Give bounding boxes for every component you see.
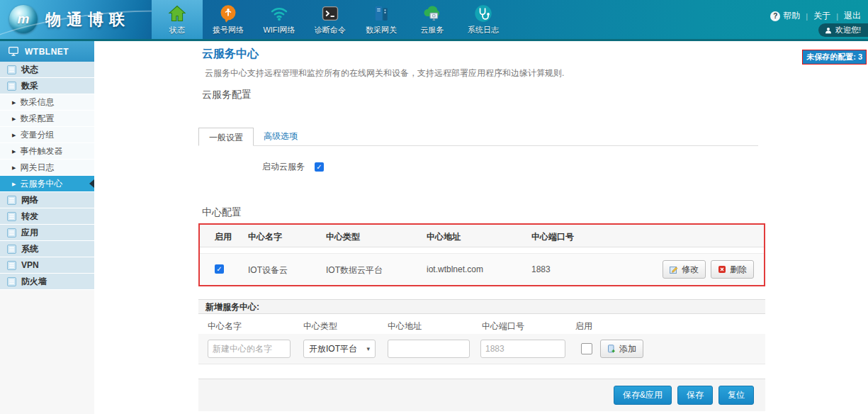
- add-label-type: 中心类型: [303, 320, 337, 332]
- sidebar-item-data-acquisition[interactable]: 数采: [0, 78, 94, 94]
- enable-cloud-checkbox[interactable]: [315, 162, 324, 172]
- nav-item-dial-network[interactable]: 拨号网络: [203, 0, 254, 39]
- sidebar-item-variable-group[interactable]: ▶ 变量分组: [0, 127, 94, 143]
- page-description: 云服务中心支持远程管理和监控所有的在线网关和设备，支持远程部署应用程序和边缘计算…: [205, 67, 564, 79]
- new-center-name-input[interactable]: [208, 340, 291, 358]
- gateway-icon: [371, 3, 392, 24]
- center-config-table: 启用 中心名字 中心类型 中心地址 中心端口号 IOT设备云 IOT数据云平台 …: [198, 223, 765, 286]
- enable-cloud-row: 启动云服务: [262, 161, 324, 173]
- list-icon: [7, 261, 16, 270]
- new-center-address-input[interactable]: [388, 340, 470, 358]
- arrow-right-icon: ▶: [12, 100, 16, 105]
- sidebar-item-label: 数采: [21, 80, 38, 92]
- about-link[interactable]: 关于: [813, 10, 830, 22]
- sidebar-item-data-info[interactable]: ▶ 数采信息: [0, 94, 94, 111]
- list-icon: [7, 245, 16, 254]
- sidebar-item-network[interactable]: 网络: [0, 192, 94, 208]
- arrow-right-icon: ▶: [12, 181, 16, 186]
- row-actions: 修改 删除: [663, 260, 754, 279]
- home-icon: [167, 3, 188, 24]
- arrow-right-icon: ▶: [12, 133, 16, 138]
- tab-advanced-options[interactable]: 高级选项: [254, 127, 308, 145]
- cloud-config-heading: 云服务配置: [202, 89, 252, 101]
- sidebar-item-label: 网络: [21, 194, 38, 206]
- help-label: 帮助: [783, 10, 800, 22]
- sidebar-item-label: 状态: [21, 64, 38, 76]
- sidebar-item-gateway-log[interactable]: ▶ 网关日志: [0, 160, 94, 176]
- delete-button[interactable]: 删除: [711, 260, 754, 279]
- sidebar-item-vpn[interactable]: VPN: [0, 257, 94, 274]
- reset-button[interactable]: 复位: [718, 386, 754, 405]
- sidebar-item-label: 变量分组: [20, 129, 54, 141]
- delete-x-icon: [718, 265, 726, 274]
- center-type-select[interactable]: 开放IOT平台 ▾: [303, 340, 376, 358]
- welcome-badge[interactable]: 欢迎您!: [818, 23, 868, 37]
- new-center-port-input[interactable]: [480, 340, 565, 358]
- sidebar-item-data-config[interactable]: ▶ 数采配置: [0, 111, 94, 127]
- dial-network-icon: [218, 3, 239, 24]
- logout-link[interactable]: 退出: [844, 10, 861, 22]
- col-center-name: 中心名字: [248, 231, 282, 243]
- terminal-icon: [320, 3, 341, 24]
- brand-name: 物通博联: [45, 9, 130, 30]
- nav-item-status[interactable]: 状态: [152, 0, 203, 39]
- nav-item-diagnostics[interactable]: 诊断命令: [305, 0, 356, 39]
- sidebar-item-forwarding[interactable]: 转发: [0, 208, 94, 225]
- sidebar-item-label: 网关日志: [20, 162, 54, 174]
- sidebar-item-cloud-service-center[interactable]: ▶ 云服务中心: [0, 176, 94, 192]
- logo: m 物通博联: [0, 0, 152, 39]
- row-center-name: IOT设备云: [248, 264, 288, 276]
- save-button[interactable]: 保存: [677, 386, 713, 405]
- sidebar-item-status[interactable]: 状态: [0, 62, 94, 78]
- col-center-address: 中心地址: [427, 231, 461, 243]
- help-link[interactable]: ? 帮助: [770, 10, 800, 22]
- add-button[interactable]: 添加: [600, 340, 643, 358]
- main-content: 未保存的配置: 3 云服务中心 云服务中心支持远程管理和监控所有的在线网关和设备…: [94, 41, 868, 414]
- sidebar-item-label: 系统: [21, 243, 38, 255]
- list-icon: [7, 65, 16, 74]
- sidebar-item-label: 转发: [21, 211, 38, 223]
- welcome-label: 欢迎您!: [835, 25, 861, 35]
- col-center-type: 中心类型: [326, 231, 360, 243]
- sidebar-item-event-trigger[interactable]: ▶ 事件触发器: [0, 143, 94, 160]
- device-name: WTBLNET: [25, 47, 69, 57]
- add-center-labels: 中心名字 中心类型 中心地址 中心端口号 启用: [198, 314, 765, 334]
- unsaved-config-badge[interactable]: 未保存的配置: 3: [802, 50, 867, 65]
- sidebar: WTBLNET 状态 数采 ▶ 数采信息 ▶ 数采配置 ▶ 变量分组 ▶ 事件触…: [0, 41, 94, 414]
- list-icon: [7, 212, 16, 221]
- save-apply-button[interactable]: 保存&应用: [614, 386, 672, 405]
- nav-item-system-log[interactable]: 系统日志: [458, 0, 509, 39]
- add-label: 添加: [619, 343, 636, 355]
- edit-label: 修改: [682, 264, 699, 276]
- center-type-value: 开放IOT平台: [309, 343, 357, 355]
- footer-actions: 保存&应用 保存 复位: [198, 379, 765, 411]
- list-icon: [7, 228, 16, 237]
- header-links: ? 帮助 | 关于 | 退出: [770, 10, 861, 22]
- sidebar-item-system[interactable]: 系统: [0, 241, 94, 257]
- arrow-right-icon: ▶: [12, 149, 16, 154]
- nav-item-data-gateway[interactable]: 数采网关: [356, 0, 407, 39]
- nav-label: WIFI网络: [263, 25, 295, 35]
- list-icon: [7, 277, 16, 286]
- table-header-row: 启用 中心名字 中心类型 中心地址 中心端口号: [200, 225, 764, 247]
- cloud-icon: [422, 3, 443, 24]
- tab-general-settings[interactable]: 一般设置: [198, 128, 254, 146]
- nav-label: 系统日志: [468, 25, 499, 35]
- nav-item-wifi-network[interactable]: WIFI网络: [254, 0, 305, 39]
- row-enabled-checkbox[interactable]: [215, 264, 224, 274]
- edit-pencil-icon: [670, 265, 678, 274]
- user-icon: [825, 27, 832, 34]
- edit-button[interactable]: 修改: [663, 260, 706, 279]
- sidebar-item-firewall[interactable]: 防火墙: [0, 274, 94, 290]
- wifi-icon: [269, 3, 290, 24]
- about-label: 关于: [813, 10, 830, 22]
- nav-label: 拨号网络: [213, 25, 244, 35]
- new-center-enable-checkbox[interactable]: [581, 343, 592, 354]
- row-center-type: IOT数据云平台: [326, 264, 383, 276]
- sidebar-item-label: 数采信息: [20, 96, 54, 108]
- sidebar-item-application[interactable]: 应用: [0, 225, 94, 241]
- nav-item-cloud-service[interactable]: 云服务: [407, 0, 458, 39]
- sidebar-device-title: WTBLNET: [0, 41, 94, 62]
- delete-label: 删除: [730, 264, 747, 276]
- sidebar-item-label: 应用: [21, 227, 38, 239]
